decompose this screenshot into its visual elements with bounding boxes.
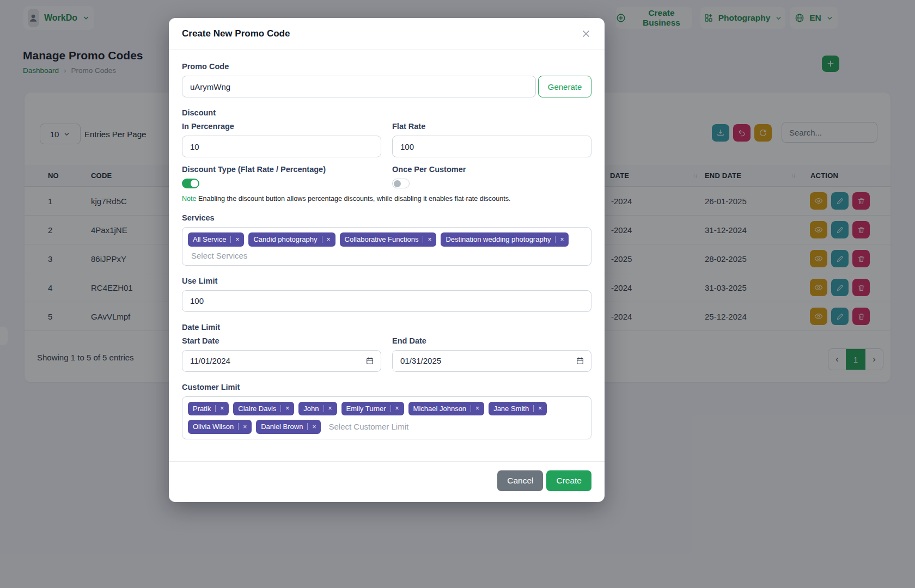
use-limit-input[interactable] xyxy=(182,290,591,312)
once-per-customer-label: Once Per Customer xyxy=(392,165,591,174)
discount-heading: Discount xyxy=(182,108,591,117)
remove-tag-icon[interactable]: × xyxy=(220,405,224,412)
remove-tag-icon[interactable]: × xyxy=(475,405,479,412)
customer-tag: Jane Smith× xyxy=(489,402,547,416)
remove-tag-icon[interactable]: × xyxy=(560,236,564,243)
once-per-customer-toggle[interactable] xyxy=(392,179,410,188)
start-date-label: Start Date xyxy=(182,336,381,345)
percentage-label: In Percenrage xyxy=(182,122,381,131)
promo-code-label: Promo Code xyxy=(182,62,591,71)
note-label: Note xyxy=(182,195,197,203)
customer-limit-placeholder[interactable]: Select Customer Limit xyxy=(325,422,408,431)
close-icon xyxy=(581,28,591,39)
customer-limit-multiselect[interactable]: Pratik× Claire Davis× John× Emily Turner… xyxy=(182,396,591,439)
remove-tag-icon[interactable]: × xyxy=(312,423,316,431)
customer-tag: John× xyxy=(298,402,337,416)
end-date-label: End Date xyxy=(392,336,591,345)
customer-tag: Michael Johnson× xyxy=(408,402,485,416)
modal-title: Create New Promo Code xyxy=(182,28,290,39)
services-multiselect[interactable]: All Service× Candid photography× Collabo… xyxy=(182,227,591,266)
promo-code-input[interactable] xyxy=(182,76,536,97)
modal-body: Promo Code Generate Discount In Percenra… xyxy=(169,50,605,439)
close-button[interactable] xyxy=(581,28,591,39)
modal-header: Create New Promo Code xyxy=(169,18,605,50)
remove-tag-icon[interactable]: × xyxy=(395,405,399,412)
remove-tag-icon[interactable]: × xyxy=(235,236,239,243)
remove-tag-icon[interactable]: × xyxy=(538,405,542,412)
remove-tag-icon[interactable]: × xyxy=(327,236,331,243)
create-button[interactable]: Create xyxy=(546,470,591,491)
calendar-icon[interactable] xyxy=(576,357,584,365)
services-placeholder[interactable]: Select Services xyxy=(188,251,585,260)
create-promo-code-modal: Create New Promo Code Promo Code Generat… xyxy=(169,18,605,502)
discount-note: Note Enabling the discount button allows… xyxy=(182,195,591,203)
modal-footer: Cancel Create xyxy=(169,461,605,502)
cancel-button[interactable]: Cancel xyxy=(497,470,543,491)
discount-type-toggle[interactable] xyxy=(182,179,199,188)
note-text: Enabling the discount button allows perc… xyxy=(198,195,510,203)
remove-tag-icon[interactable]: × xyxy=(328,405,332,412)
generate-button[interactable]: Generate xyxy=(538,76,591,97)
remove-tag-icon[interactable]: × xyxy=(243,423,247,431)
customer-tag: Daniel Brown× xyxy=(256,420,321,434)
calendar-icon[interactable] xyxy=(365,357,374,365)
service-tag: All Service× xyxy=(188,232,244,247)
remove-tag-icon[interactable]: × xyxy=(285,405,289,412)
end-date-input[interactable]: 01/31/2025 xyxy=(392,350,591,372)
customer-tag: Emily Turner× xyxy=(341,402,404,416)
use-limit-label: Use Limit xyxy=(182,277,591,285)
start-date-input[interactable]: 11/01/2024 xyxy=(182,350,381,372)
percentage-input[interactable] xyxy=(182,136,381,157)
service-tag: Collaborative Functions× xyxy=(340,232,437,247)
service-tag: Destination wedding photography× xyxy=(441,232,569,247)
customer-tag: Claire Davis× xyxy=(233,402,294,416)
remove-tag-icon[interactable]: × xyxy=(428,236,431,243)
discount-type-label: Discount Type (Flat Rate / Percentage) xyxy=(182,165,381,174)
service-tag: Candid photography× xyxy=(248,232,335,247)
services-label: Services xyxy=(182,213,591,222)
date-limit-heading: Date Limit xyxy=(182,323,591,332)
customer-tag: Olivia Wilson× xyxy=(188,420,252,434)
flat-rate-input[interactable] xyxy=(392,136,591,157)
customer-tag: Pratik× xyxy=(188,402,229,416)
flat-rate-label: Flat Rate xyxy=(392,122,591,131)
customer-limit-label: Customer Limit xyxy=(182,383,591,391)
